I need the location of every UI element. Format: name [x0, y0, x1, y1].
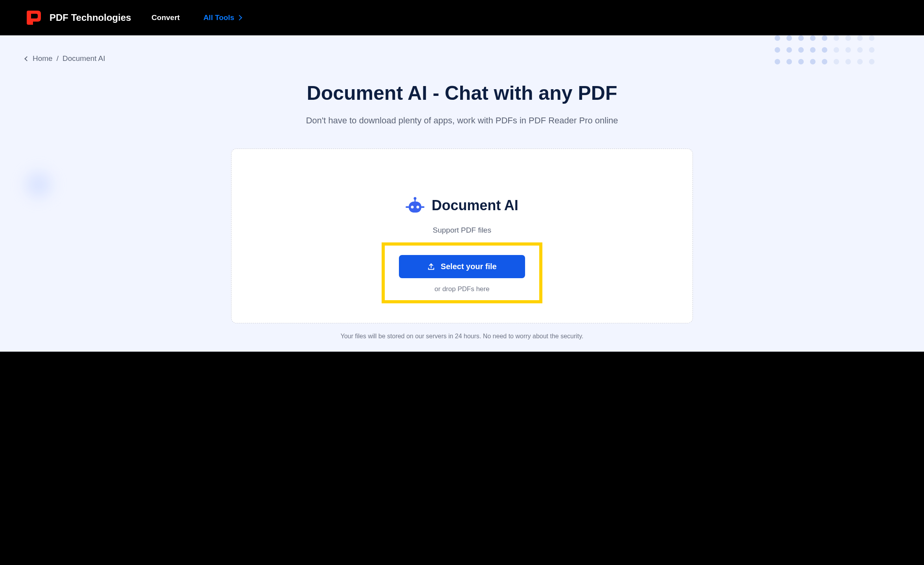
breadcrumb: Home / Document AI [25, 54, 899, 63]
nav-all-tools-label: All Tools [203, 13, 234, 22]
svg-point-3 [411, 206, 414, 209]
card-support-text: Support PDF files [247, 226, 677, 235]
breadcrumb-separator: / [57, 54, 59, 63]
page-title: Document AI - Chat with any PDF [25, 82, 899, 105]
card-header: Document AI [247, 196, 677, 215]
highlight-box: Select your file or drop PDFs here [382, 242, 542, 303]
card-title: Document AI [432, 197, 518, 214]
nav-all-tools[interactable]: All Tools [203, 13, 241, 22]
breadcrumb-back-icon[interactable] [24, 56, 29, 61]
dots-decoration [775, 35, 877, 67]
page-body: Home / Document AI Document AI - Chat wi… [0, 35, 924, 352]
select-file-button[interactable]: Select your file [399, 255, 525, 278]
svg-rect-2 [409, 202, 421, 213]
main-nav: Convert All Tools [152, 13, 242, 22]
select-file-label: Select your file [441, 262, 496, 271]
blur-decoration [11, 157, 66, 212]
brand-name: PDF Technologies [50, 12, 131, 23]
chevron-right-icon [237, 15, 242, 20]
upload-card[interactable]: Document AI Support PDF files Select you… [231, 149, 693, 323]
nav-convert[interactable]: Convert [152, 13, 180, 22]
footer-note: Your files will be stored on our servers… [231, 333, 693, 340]
breadcrumb-current: Document AI [62, 54, 105, 63]
breadcrumb-home[interactable]: Home [33, 54, 53, 63]
drop-hint: or drop PDFs here [399, 285, 525, 293]
hero-section: Document AI - Chat with any PDF Don't ha… [25, 82, 899, 126]
logo[interactable]: PDF Technologies [24, 8, 131, 27]
header: PDF Technologies Convert All Tools [0, 0, 924, 35]
svg-point-4 [417, 206, 419, 209]
brand-logo-icon [24, 8, 43, 27]
page-subtitle: Don't have to download plenty of apps, w… [25, 116, 899, 126]
upload-icon [427, 263, 435, 271]
robot-icon [406, 196, 424, 215]
svg-point-0 [414, 197, 417, 200]
